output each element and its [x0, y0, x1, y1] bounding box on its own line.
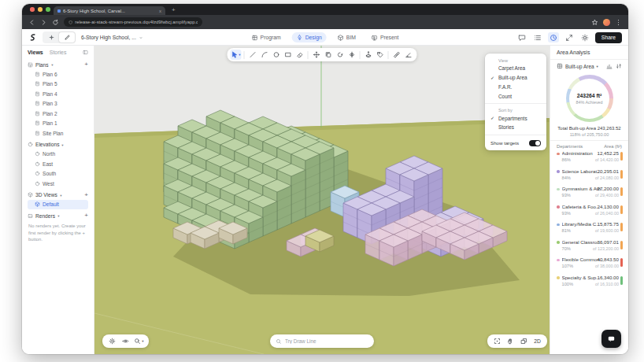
- command-search-input[interactable]: [285, 338, 368, 344]
- views3d-section-header[interactable]: 3D Views ▾ +: [28, 190, 88, 200]
- browser-menu-icon[interactable]: [615, 19, 622, 26]
- edit-pencil-icon[interactable]: [59, 32, 75, 42]
- pan-hand-icon[interactable]: [505, 336, 516, 346]
- department-row[interactable]: Gymnasium & Ath...93%27,200.00of 29,400.…: [557, 186, 622, 204]
- address-bar[interactable]: release-ai-stack-stream-previous.dqv4lzd…: [64, 17, 202, 27]
- tab-close-icon[interactable]: x: [159, 9, 161, 13]
- close-window-button[interactable]: [30, 7, 35, 12]
- rotate-tool[interactable]: [335, 50, 346, 60]
- show-targets-toggle[interactable]: [529, 140, 541, 147]
- elevation-item-west[interactable]: West: [28, 179, 88, 189]
- department-row[interactable]: Specialty & Sup...100%16,340.00of 16,310…: [557, 275, 622, 293]
- menu-option-label: Stories: [498, 124, 514, 130]
- display-settings-icon[interactable]: [106, 336, 118, 346]
- app-logo-icon[interactable]: [28, 31, 37, 45]
- expand-icon[interactable]: [564, 32, 575, 42]
- show-targets-row[interactable]: Show targets: [485, 138, 546, 147]
- push-pull-tool[interactable]: [363, 50, 374, 60]
- copy-tool[interactable]: [323, 50, 334, 60]
- eraser-tool[interactable]: [294, 50, 305, 60]
- move-tool[interactable]: [311, 50, 322, 60]
- add-render-button[interactable]: +: [84, 212, 88, 219]
- settings-icon[interactable]: [579, 32, 590, 42]
- tag-tool[interactable]: [375, 50, 386, 60]
- department-row[interactable]: Cafeteria & Foo...93%24,130.00of 26,040.…: [557, 204, 622, 222]
- back-icon[interactable]: [28, 19, 35, 26]
- view-option-f-a-r-[interactable]: F.A.R.: [485, 83, 546, 92]
- forward-icon[interactable]: [40, 19, 47, 26]
- flip-tool[interactable]: [346, 50, 357, 60]
- rectangle-tool[interactable]: [283, 50, 294, 60]
- department-row[interactable]: Administration86%12,452.25of 14,420.00: [557, 150, 622, 168]
- toggle-2d-button[interactable]: 2D: [531, 338, 543, 344]
- tab-bim[interactable]: BIM: [333, 32, 361, 42]
- select-tool[interactable]: ▾: [231, 50, 242, 60]
- share-button[interactable]: Share: [595, 32, 622, 43]
- visibility-eye-icon[interactable]: [120, 336, 131, 346]
- 3d-view-item-default[interactable]: Default: [28, 200, 88, 210]
- command-search-bar[interactable]: [270, 334, 374, 348]
- tab-present[interactable]: Present: [367, 32, 403, 42]
- collapse-sidebar-icon[interactable]: [83, 50, 88, 55]
- zoom-options-button[interactable]: ▾: [133, 336, 145, 346]
- plan-item-plan-1[interactable]: Plan 1: [28, 119, 88, 129]
- elevations-section-header[interactable]: Elevations ▾: [28, 140, 88, 150]
- sidebar-tab-views[interactable]: Views: [28, 50, 43, 55]
- measure-tool[interactable]: [391, 50, 402, 60]
- comment-icon[interactable]: [516, 32, 527, 42]
- department-row[interactable]: General Classro...70%86,097.01of 123,200…: [557, 239, 622, 257]
- renders-section-header[interactable]: Renders ▾ +: [28, 211, 88, 220]
- sort-option-stories[interactable]: Stories: [485, 123, 546, 132]
- mode-segmented-control[interactable]: [43, 31, 76, 43]
- reload-icon[interactable]: [52, 19, 59, 26]
- chart-icon[interactable]: [606, 63, 613, 69]
- view-option-carpet-area[interactable]: Carpet Area: [485, 64, 546, 73]
- help-chat-button[interactable]: [601, 330, 621, 348]
- add-plan-button[interactable]: +: [84, 61, 88, 68]
- model-canvas[interactable]: ▾: [94, 46, 550, 354]
- profile-avatar[interactable]: [603, 19, 610, 26]
- circle-tool[interactable]: [271, 50, 282, 60]
- metric-selector[interactable]: Built-up Area ▾: [557, 63, 622, 69]
- line-tool[interactable]: [247, 50, 258, 60]
- arc-tool[interactable]: [259, 50, 270, 60]
- sort-option-departments[interactable]: ✓Departments: [485, 113, 546, 123]
- history-icon[interactable]: [548, 32, 559, 42]
- new-tab-button[interactable]: +: [172, 7, 176, 13]
- department-row[interactable]: Science Laborat...84%20,295.01of 24,080.…: [557, 168, 622, 187]
- view-option-built-up-area[interactable]: ✓Built-up Area: [485, 73, 546, 83]
- elevation-item-south[interactable]: South: [28, 169, 88, 179]
- protractor-tool[interactable]: [403, 50, 414, 60]
- window-controls[interactable]: [30, 7, 50, 12]
- tab-title: 6-Story High School, Carval...: [63, 9, 157, 13]
- plan-item-plan-4[interactable]: Plan 4: [28, 89, 88, 99]
- zoom-fit-icon[interactable]: [491, 336, 503, 346]
- minimize-window-button[interactable]: [38, 7, 43, 12]
- elevation-item-east[interactable]: East: [28, 159, 88, 169]
- tab-program[interactable]: Program: [247, 32, 286, 42]
- elevation-item-north[interactable]: North: [28, 150, 88, 160]
- plan-item-plan-5[interactable]: Plan 5: [28, 79, 88, 90]
- outline-icon[interactable]: [532, 32, 543, 42]
- browser-tab[interactable]: 6-Story High School, Carval... x: [54, 6, 165, 15]
- sort-icon[interactable]: [616, 63, 622, 69]
- sidebar-tab-stories[interactable]: Stories: [50, 50, 67, 55]
- tab-design[interactable]: Design: [292, 32, 327, 42]
- plan-item-plan-2[interactable]: Plan 2: [28, 109, 88, 119]
- view-option-count[interactable]: Count: [485, 91, 546, 101]
- department-row[interactable]: Library/Media C...81%15,875.75of 19,600.…: [557, 221, 622, 239]
- plan-item-plan-6[interactable]: Plan 6: [28, 69, 88, 79]
- ai-sparkle-icon[interactable]: [43, 32, 59, 42]
- site-security-icon: [68, 20, 72, 25]
- views-layers-icon[interactable]: [518, 336, 530, 346]
- plans-section-header[interactable]: Plans ▾ +: [28, 60, 88, 69]
- project-title[interactable]: 6-Story High School, ...: [81, 35, 143, 40]
- add-3d-view-button[interactable]: +: [84, 192, 88, 198]
- sort-menu-section-label: Sort by: [485, 106, 546, 113]
- department-target: of 14,420.00: [595, 157, 619, 162]
- plan-item-plan-3[interactable]: Plan 3: [28, 99, 88, 109]
- plan-item-site-plan[interactable]: Site Plan: [28, 128, 88, 139]
- department-row[interactable]: Flexible Common...107%40,843.50of 38,000…: [557, 257, 622, 275]
- zoom-window-button[interactable]: [46, 7, 50, 12]
- bookmark-star-icon[interactable]: [591, 19, 598, 26]
